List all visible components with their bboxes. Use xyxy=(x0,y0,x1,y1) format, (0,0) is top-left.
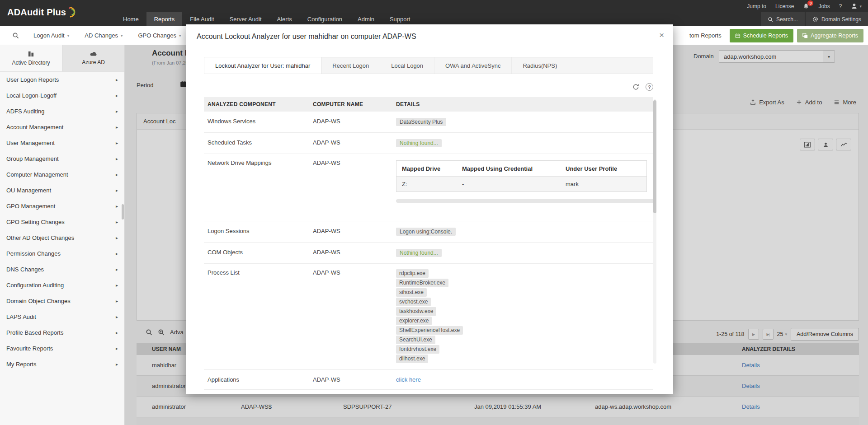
chevron-right-icon: ▸ xyxy=(116,330,118,335)
sidebar-item-adfs-auditing[interactable]: ADFS Auditing▸ xyxy=(0,103,124,119)
chevron-right-icon: ▸ xyxy=(116,346,118,351)
sidebar-item-profile-based-reports[interactable]: Profile Based Reports▸ xyxy=(0,325,124,341)
sidebar-scrollbar[interactable] xyxy=(122,204,124,220)
sidebar-item-configuration-auditing[interactable]: Configuration Auditing▸ xyxy=(0,277,124,293)
chevron-right-icon: ▸ xyxy=(116,188,118,193)
cell-component: Applications xyxy=(204,370,309,389)
nothing-found-chip: Nothing found... xyxy=(396,249,442,257)
sidebar-item-label: GPO Management xyxy=(6,203,55,210)
col-mapped-credential: Mapped Using Credential xyxy=(457,165,560,172)
process-chip: rdpclip.exe xyxy=(396,269,429,278)
sidebar-item-user-management[interactable]: User Management▸ xyxy=(0,135,124,151)
schedule-reports-button[interactable]: Schedule Reports xyxy=(730,29,793,42)
tab-azure-ad[interactable]: Azure AD xyxy=(62,45,124,71)
global-search-button[interactable]: Search... xyxy=(761,12,805,26)
nav-item-reports[interactable]: Reports xyxy=(146,12,183,26)
analyzer-row-scheduled-tasks: Scheduled Tasks ADAP-WS Nothing found... xyxy=(204,133,653,154)
sidebar-item-ou-management[interactable]: OU Management▸ xyxy=(0,182,124,198)
sidebar-item-my-reports[interactable]: My Reports▸ xyxy=(0,356,124,372)
sidebar-item-label: User Logon Reports xyxy=(6,76,59,83)
sidebar-item-account-management[interactable]: Account Management▸ xyxy=(0,119,124,135)
user-menu[interactable]: ▾ xyxy=(851,3,862,9)
mapped-drive-row: Z: - mark xyxy=(396,176,646,191)
detail-chip: Logon using:Console. xyxy=(396,228,456,236)
click-here-link[interactable]: click here xyxy=(396,376,421,383)
app-logo[interactable]: ADAudit Plus xyxy=(7,6,77,19)
sidebar-item-gpo-management[interactable]: GPO Management▸ xyxy=(0,198,124,214)
sidebar-item-label: Local Logon-Logoff xyxy=(6,92,57,99)
menu-gpo-changes[interactable]: GPO Changes ▾ xyxy=(138,32,181,39)
calendar-icon xyxy=(735,33,741,38)
col-mapped-drive: Mapped Drive xyxy=(396,165,457,172)
domain-settings-button[interactable]: Domain Settings xyxy=(806,12,868,26)
nav-item-home[interactable]: Home xyxy=(115,12,146,26)
schedule-reports-label: Schedule Reports xyxy=(743,33,788,39)
help-link[interactable]: ? xyxy=(839,3,842,9)
cloud-icon xyxy=(90,51,98,57)
caret-down-icon: ▾ xyxy=(859,4,862,9)
sidebar-item-local-logon-logoff[interactable]: Local Logon-Logoff▸ xyxy=(0,88,124,103)
jobs-link[interactable]: Jobs xyxy=(818,3,830,9)
sidebar-item-favourite-reports[interactable]: Favourite Reports▸ xyxy=(0,341,124,356)
sidebar-item-label: Favourite Reports xyxy=(6,345,53,352)
tab-owa-activesync[interactable]: OWA and ActiveSync xyxy=(434,57,512,74)
sidebar-item-label: Group Management xyxy=(6,155,59,162)
sidebar-item-label: OU Management xyxy=(6,187,51,194)
mapped-drive-table: Mapped Drive Mapped Using Credential Und… xyxy=(396,160,647,192)
cell-computer: ADAP-WS xyxy=(309,243,392,263)
sidebar-item-laps-audit[interactable]: LAPS Audit▸ xyxy=(0,309,124,325)
sidebar-item-permission-changes[interactable]: Permission Changes▸ xyxy=(0,246,124,262)
tab-lockout-analyzer[interactable]: Lockout Analyzer for User: mahidhar xyxy=(204,57,321,74)
tab-recent-logon[interactable]: Recent Logon xyxy=(321,57,380,74)
sidebar-item-gpo-setting-changes[interactable]: GPO Setting Changes▸ xyxy=(0,214,124,230)
horizontal-scrollbar[interactable] xyxy=(396,199,656,203)
process-item: SearchUI.exe xyxy=(396,336,650,344)
sidebar-item-domain-object-changes[interactable]: Domain Object Changes▸ xyxy=(0,293,124,309)
notifications-button[interactable]: 3 xyxy=(803,3,809,9)
analyzer-row-windows-services: Windows Services ADAP-WS DataSecurity Pl… xyxy=(204,112,653,133)
global-search-label: Search... xyxy=(776,16,798,23)
modal-scrollbar[interactable] xyxy=(653,99,656,364)
cell-drive: Z: xyxy=(396,181,457,187)
chevron-right-icon: ▸ xyxy=(116,235,118,240)
sidebar-item-group-management[interactable]: Group Management▸ xyxy=(0,151,124,167)
modal-tabs: Lockout Analyzer for User: mahidhar Rece… xyxy=(204,57,653,74)
modal-scrollbar-thumb[interactable] xyxy=(653,100,656,213)
process-item: dllhost.exe xyxy=(396,355,650,363)
chevron-right-icon: ▸ xyxy=(116,93,118,98)
cell-computer: ADAP-WS xyxy=(309,264,392,369)
jump-to-link[interactable]: Jump to xyxy=(747,3,766,9)
modal-tools: ? xyxy=(632,83,653,91)
refresh-icon[interactable] xyxy=(632,84,639,90)
menu-ad-changes[interactable]: AD Changes ▾ xyxy=(85,32,123,39)
aggregate-reports-button[interactable]: Aggregate Reports xyxy=(797,29,863,42)
cell-component: Network Drive Mappings xyxy=(204,154,309,221)
menu-logon-audit[interactable]: Logon Audit ▾ xyxy=(33,32,69,39)
process-chip: svchost.exe xyxy=(396,298,431,306)
chevron-right-icon: ▸ xyxy=(116,140,118,145)
sidebar-item-dns-changes[interactable]: DNS Changes▸ xyxy=(0,262,124,277)
process-item: svchost.exe xyxy=(396,298,650,306)
menu-ad-changes-label: AD Changes xyxy=(85,32,118,39)
sidebar-item-label: Computer Management xyxy=(6,171,68,178)
cell-computer: ADAP-WS xyxy=(309,112,392,132)
tab-active-directory-label: Active Directory xyxy=(12,60,50,66)
help-icon[interactable]: ? xyxy=(646,83,653,91)
sidebar-item-user-logon-reports[interactable]: User Logon Reports▸ xyxy=(0,72,124,88)
sidebar-item-label: DNS Changes xyxy=(6,266,44,273)
tab-active-directory[interactable]: Active Directory xyxy=(0,45,62,71)
analyzer-table: ANALYZED COMPONENT COMPUTER NAME DETAILS… xyxy=(204,97,653,390)
report-search-button[interactable] xyxy=(12,32,19,39)
sidebar-item-computer-management[interactable]: Computer Management▸ xyxy=(0,167,124,182)
domain-settings-label: Domain Settings xyxy=(821,16,861,23)
license-link[interactable]: License xyxy=(775,3,794,9)
tab-radius-nps[interactable]: Radius(NPS) xyxy=(512,57,568,74)
custom-reports-link[interactable]: tom Reports xyxy=(689,32,722,39)
process-item: sihost.exe xyxy=(396,288,650,297)
tab-local-logon[interactable]: Local Logon xyxy=(380,57,434,74)
sidebar-item-other-ad-object-changes[interactable]: Other AD Object Changes▸ xyxy=(0,230,124,246)
caret-down-icon: ▾ xyxy=(67,33,70,38)
close-icon[interactable]: × xyxy=(659,31,664,39)
search-icon xyxy=(768,17,773,22)
analyzer-row-process-list: Process List ADAP-WS rdpclip.exe Runtime… xyxy=(204,264,653,370)
